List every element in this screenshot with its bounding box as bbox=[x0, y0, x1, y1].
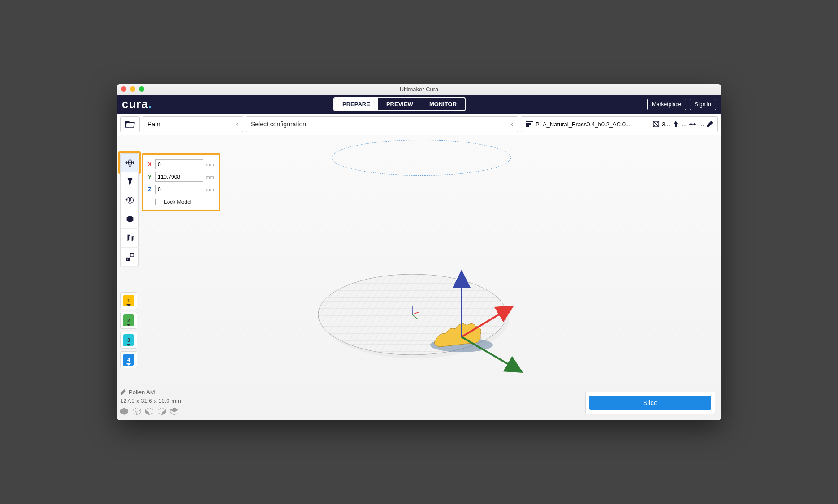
app-logo: cura. bbox=[122, 97, 152, 111]
app-window: Ultimaker Cura cura. PREPARE PREVIEW MON… bbox=[117, 84, 721, 420]
rotate-tool[interactable] bbox=[121, 191, 139, 210]
move-panel: X mm Y mm Z mm Lock Model bbox=[143, 155, 219, 210]
pencil-icon bbox=[707, 121, 713, 127]
extruder-selector: 1 2 3 4 bbox=[120, 292, 137, 368]
header: cura. PREPARE PREVIEW MONITOR Marketplac… bbox=[117, 95, 721, 114]
x-input[interactable] bbox=[155, 159, 203, 169]
lock-model-row: Lock Model bbox=[148, 199, 214, 205]
svg-rect-11 bbox=[130, 254, 134, 257]
model-info: Pollen AM 127.3 x 31.6 x 10.0 mm bbox=[120, 389, 181, 415]
printer-name: Pam bbox=[147, 121, 160, 128]
unit-label: mm bbox=[206, 174, 214, 180]
maximize-window-button[interactable] bbox=[139, 86, 144, 92]
infill-value: 3... bbox=[662, 121, 670, 128]
printer-selector[interactable]: Pam ‹ bbox=[143, 116, 243, 132]
view-top-icon[interactable] bbox=[170, 408, 178, 415]
view-xray-icon[interactable] bbox=[133, 408, 141, 415]
support-blocker-tool[interactable]: x bbox=[121, 248, 139, 267]
tab-preview[interactable]: PREVIEW bbox=[378, 98, 421, 110]
per-model-tool[interactable] bbox=[121, 229, 139, 248]
extruder-2[interactable]: 2 bbox=[120, 312, 137, 329]
configuration-selector[interactable]: Select configuration ‹ bbox=[246, 116, 518, 132]
move-tool[interactable] bbox=[121, 154, 139, 172]
marketplace-button[interactable]: Marketplace bbox=[647, 99, 686, 110]
y-input[interactable] bbox=[155, 172, 203, 182]
svg-rect-2 bbox=[526, 125, 529, 127]
open-file-button[interactable] bbox=[120, 116, 140, 132]
stage-tabs: PREPARE PREVIEW MONITOR bbox=[333, 97, 466, 111]
lock-model-label: Lock Model bbox=[164, 199, 191, 205]
svg-rect-1 bbox=[526, 123, 531, 125]
pencil-icon bbox=[120, 389, 126, 395]
configuration-label: Select configuration bbox=[251, 121, 306, 128]
build-volume-top bbox=[332, 140, 511, 176]
x-label: X bbox=[148, 161, 152, 168]
svg-rect-0 bbox=[526, 121, 533, 122]
more-dots: ... bbox=[682, 121, 687, 128]
signin-button[interactable]: Sign in bbox=[690, 99, 716, 110]
titlebar: Ultimaker Cura bbox=[117, 84, 721, 95]
close-window-button[interactable] bbox=[121, 86, 126, 92]
view-front-icon[interactable] bbox=[145, 408, 153, 415]
adhesion-icon bbox=[689, 121, 696, 127]
folder-icon bbox=[125, 120, 135, 128]
lock-model-checkbox[interactable] bbox=[155, 199, 161, 205]
svg-rect-16 bbox=[305, 265, 538, 364]
layers-icon bbox=[526, 121, 533, 127]
window-title: Ultimaker Cura bbox=[117, 86, 721, 93]
profile-name: PLA_Natural_Brass0.4_h0.2_AC 0.... bbox=[536, 121, 650, 128]
profile-selector[interactable]: PLA_Natural_Brass0.4_h0.2_AC 0.... 3... … bbox=[521, 116, 718, 132]
mirror-tool[interactable] bbox=[121, 210, 139, 229]
view-right-icon[interactable] bbox=[158, 408, 166, 415]
more-dots: ... bbox=[699, 121, 704, 128]
z-label: Z bbox=[148, 186, 152, 193]
toolbar: x bbox=[120, 153, 139, 267]
z-input[interactable] bbox=[155, 185, 203, 194]
tab-monitor[interactable]: MONITOR bbox=[421, 98, 465, 110]
extruder-3[interactable]: 3 bbox=[120, 332, 137, 349]
infill-icon bbox=[653, 121, 659, 127]
model-name: Pollen AM bbox=[129, 389, 155, 396]
header-actions: Marketplace Sign in bbox=[647, 99, 716, 110]
subheader: Pam ‹ Select configuration ‹ PLA_Natural… bbox=[117, 114, 721, 135]
tab-prepare[interactable]: PREPARE bbox=[334, 98, 378, 110]
chevron-left-icon: ‹ bbox=[236, 120, 238, 128]
slice-panel: Slice bbox=[585, 392, 715, 414]
viewport[interactable]: x 1 2 3 4 X mm Y mm bbox=[117, 135, 721, 420]
unit-label: mm bbox=[206, 162, 214, 167]
traffic-lights bbox=[117, 86, 144, 92]
highlight-overlay: X mm Y mm Z mm Lock Model bbox=[142, 153, 220, 211]
extruder-4[interactable]: 4 bbox=[120, 351, 137, 368]
y-label: Y bbox=[148, 174, 152, 180]
model-dimensions: 127.3 x 31.6 x 10.0 mm bbox=[120, 397, 181, 404]
unit-label: mm bbox=[206, 187, 214, 192]
buildplate bbox=[305, 265, 538, 392]
support-icon bbox=[673, 121, 679, 127]
minimize-window-button[interactable] bbox=[130, 86, 135, 92]
coord-z: Z mm bbox=[148, 185, 214, 194]
slice-button[interactable]: Slice bbox=[589, 396, 711, 410]
view-solid-icon[interactable] bbox=[120, 408, 128, 415]
extruder-1[interactable]: 1 bbox=[120, 292, 137, 309]
view-modes bbox=[120, 408, 181, 415]
coord-y: Y mm bbox=[148, 172, 214, 182]
coord-x: X mm bbox=[148, 159, 214, 169]
chevron-left-icon: ‹ bbox=[511, 120, 513, 128]
scale-tool[interactable] bbox=[121, 172, 139, 191]
